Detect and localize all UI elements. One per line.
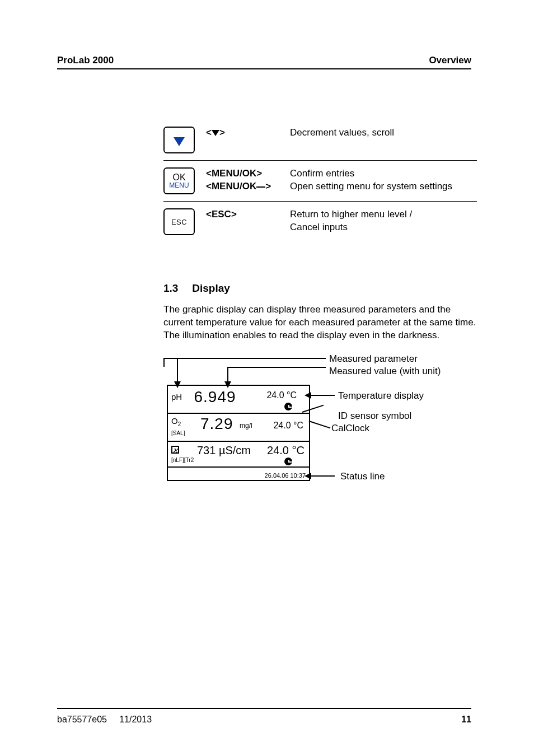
key-label-esc: <ESC> — [206, 208, 290, 221]
arrow-temp-head — [305, 392, 311, 399]
key-row-down: <> Decrement values, scroll — [163, 120, 477, 161]
arrow-value-head — [224, 381, 231, 388]
key-down-pre: < — [206, 127, 212, 138]
lcd-o2-label: O2 — [171, 416, 181, 427]
lcd-o2-temp: 24.0 °C — [273, 421, 303, 431]
lcd-row-ph: pH 6.949 24.0 °C — [168, 386, 309, 414]
clock-icon — [284, 403, 292, 410]
lcd-row-cond: ϰ 731 µS/cm 24.0 °C [nLF][Tr2 — [168, 442, 309, 468]
arrow-status-h — [310, 475, 335, 477]
annot-status: Status line — [340, 471, 385, 482]
esc-desc1: Return to higher menu level / — [290, 208, 477, 221]
key-label-down: <> — [206, 127, 290, 139]
fork-line-down — [309, 421, 331, 428]
lcd-row-status: 26.04.06 10:37 — [168, 468, 309, 480]
lcd-row-o2: O2 [SAL] 7.29 mg/l 24.0 °C — [168, 414, 309, 442]
lcd-ph-label: pH — [171, 392, 191, 402]
lcd-cond-temp: 24.0 °C — [267, 444, 305, 457]
header-right: Overview — [429, 55, 471, 66]
annot-measured-value: Measured value (with unit) — [329, 366, 441, 377]
lcd-cond-tag: [nLF][Tr2 — [171, 457, 194, 463]
annot-id-sensor: ID sensor symbol — [338, 410, 411, 422]
arrow-param-v — [177, 358, 178, 382]
annot-calclock: CalClock — [331, 423, 369, 434]
footer-date: 11/2013 — [119, 715, 152, 724]
underscore-icon — [256, 186, 265, 188]
triangle-down-icon — [174, 137, 185, 146]
arrow-param-head — [174, 381, 181, 388]
menuok-desc2: Open setting menu for system settings — [290, 180, 477, 193]
keycap-down — [163, 127, 195, 153]
footer-left: ba75577e05 11/2013 — [57, 715, 152, 725]
key-down-post: > — [219, 127, 225, 138]
keycap-menuok: OK MENU — [163, 167, 195, 194]
page-footer: ba75577e05 11/2013 11 — [57, 708, 471, 725]
section-heading: 1.3 Display — [163, 282, 477, 295]
triangle-down-small-icon — [212, 130, 219, 136]
key-desc-down: Decrement values, scroll — [290, 127, 477, 139]
menuok-desc1: Confirm entries — [290, 167, 477, 180]
arrow-value-h — [227, 367, 326, 368]
keycap-esc: ESC — [163, 208, 195, 235]
lcd-o2-unit: mg/l — [240, 422, 252, 430]
clock-icon-2 — [284, 458, 292, 465]
page-header: ProLab 2000 Overview — [57, 55, 471, 66]
bracket-top-left-v — [163, 358, 165, 367]
keycap-menu-label: MENU — [169, 182, 189, 189]
arrow-temp-h — [310, 395, 335, 396]
lcd-ph-temp: 24.0 °C — [266, 390, 297, 400]
arrow-value-v — [227, 367, 228, 382]
keycap-ok-label: OK — [172, 173, 185, 182]
lcd-status-text: 26.04.06 10:37 — [265, 472, 306, 479]
section-title: Display — [192, 282, 230, 294]
annot-temp: Temperature display — [338, 390, 424, 402]
display-diagram: pH 6.949 24.0 °C O2 [SAL] 7.29 mg/l 24.0… — [163, 358, 488, 520]
keycap-esc-label: ESC — [171, 218, 187, 226]
key-desc-menuok: Confirm entries Open setting menu for sy… — [290, 167, 477, 193]
lcd-o2-value: 7.29 — [200, 415, 233, 433]
key-table: <> Decrement values, scroll OK MENU <MEN… — [163, 120, 477, 242]
footer-rule — [57, 708, 471, 709]
lcd-screen: pH 6.949 24.0 °C O2 [SAL] 7.29 mg/l 24.0… — [167, 385, 310, 481]
key-row-menuok: OK MENU <MENU/OK> <MENU/OK> Confirm entr… — [163, 161, 477, 202]
menuok-line2: <MENU/OK> — [206, 180, 290, 193]
lcd-o2-tag: [SAL] — [171, 430, 185, 436]
footer-doc: ba75577e05 — [57, 715, 107, 724]
lcd-ph-value: 6.949 — [194, 388, 236, 406]
section-display: 1.3 Display The graphic display can disp… — [163, 282, 477, 342]
key-row-esc: ESC <ESC> Return to higher menu level / … — [163, 202, 477, 242]
bracket-top-h — [163, 358, 326, 359]
header-left: ProLab 2000 — [57, 55, 114, 66]
key-desc-esc: Return to higher menu level / Cancel inp… — [290, 208, 477, 234]
menuok-line1: <MENU/OK> — [206, 167, 290, 180]
footer-page: 11 — [461, 715, 471, 725]
section-number: 1.3 — [163, 282, 189, 295]
annot-measured-param: Measured parameter — [329, 353, 418, 365]
key-label-menuok: <MENU/OK> <MENU/OK> — [206, 167, 290, 193]
cal-icon: ϰ — [171, 446, 179, 454]
lcd-cond-value: 731 µS/cm — [197, 444, 251, 457]
esc-desc2: Cancel inputs — [290, 221, 477, 234]
arrow-status-head — [305, 473, 311, 479]
header-rule — [57, 68, 471, 69]
section-body: The graphic display can display three me… — [163, 304, 477, 342]
